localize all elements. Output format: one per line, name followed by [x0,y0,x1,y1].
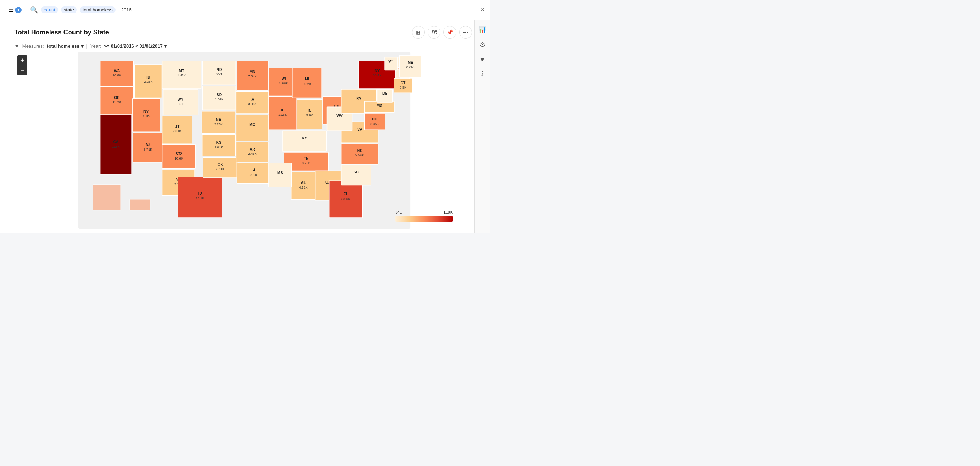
tag-year[interactable]: 2016 [118,6,135,13]
legend-labels: 341 118K [395,210,453,214]
zoom-out-button[interactable]: − [17,65,27,75]
state-VT[interactable] [385,57,398,70]
year-label: Year: [91,43,101,49]
table-view-button[interactable]: ▦ [412,26,425,39]
tag-homeless[interactable]: total homeless [80,6,116,13]
state-MO[interactable] [236,115,269,141]
chart-actions: ▦ 🗺 📌 ••• [412,26,472,39]
state-NC[interactable] [342,144,379,164]
state-CA[interactable] [100,115,132,174]
state-OK[interactable] [203,157,238,178]
state-ME[interactable] [399,55,422,78]
layer-badge: 1 [15,7,22,13]
state-IA[interactable] [236,91,269,114]
state-MS[interactable] [269,163,292,187]
main-content: 📊 ⚙ ▼ i Total Homeless Count by State ▦ … [0,20,490,233]
chart-type-icon[interactable]: 📊 [479,26,487,34]
filter-icon: ▼ [14,43,19,49]
us-map: WA 20.8K OR 13.2K CA 118K ID 2.25K NV 7.… [14,52,474,229]
state-HI[interactable] [130,199,150,211]
info-icon[interactable]: i [481,71,483,77]
state-MN[interactable] [237,61,268,90]
search-bar: ☰ 1 🔍 count state total homeless 2016 × [0,0,490,20]
state-IN[interactable] [297,100,322,129]
tag-count[interactable]: count [41,6,58,13]
layer-icon: ☰ [9,6,14,13]
state-AR[interactable] [236,142,269,162]
zoom-controls: + − [17,55,27,75]
close-button[interactable]: × [480,6,484,14]
state-SC[interactable] [342,165,371,185]
legend-bar [395,216,453,222]
state-NV[interactable] [132,98,160,132]
state-SD[interactable] [203,86,236,110]
state-CT[interactable] [394,78,412,93]
state-DC[interactable] [365,113,385,130]
state-WA[interactable] [100,61,134,87]
state-ND[interactable] [203,61,236,85]
state-CO[interactable] [162,144,196,168]
legend-min: 341 [395,210,402,214]
map-view-button[interactable]: 🗺 [428,26,441,39]
state-KY[interactable] [282,131,327,151]
legend: 341 118K [395,210,453,222]
state-FL[interactable] [329,181,363,217]
state-AZ[interactable] [133,133,162,162]
state-MI[interactable] [292,68,322,98]
search-icon: 🔍 [30,6,38,14]
map-container: + − WA 20.8K OR 13.2K CA 118K ID 2.25K [0,52,474,229]
right-sidebar: 📊 ⚙ ▼ i [474,20,490,233]
state-AL[interactable] [291,172,315,200]
chart-header: Total Homeless Count by State ▦ 🗺 📌 ••• [0,20,490,41]
state-IL[interactable] [269,97,297,130]
state-TX[interactable] [178,177,223,217]
state-MT[interactable] [162,61,201,89]
measures-value[interactable]: total homeless ▾ [47,43,84,49]
more-button[interactable]: ••• [459,26,472,39]
state-AK[interactable] [93,185,121,211]
state-NE[interactable] [202,111,235,134]
state-ID[interactable] [134,65,162,98]
year-value[interactable]: >= 01/01/2016 < 01/01/2017 ▾ [104,43,167,49]
pin-button[interactable]: 📌 [443,26,456,39]
state-DE[interactable] [377,89,393,102]
legend-max: 118K [443,210,453,214]
zoom-in-button[interactable]: + [17,55,27,65]
state-WY[interactable] [163,89,198,115]
state-OR[interactable] [100,87,134,115]
tag-state[interactable]: state [61,6,77,13]
state-KS[interactable] [202,135,235,156]
funnel-sidebar-icon[interactable]: ▼ [479,56,486,63]
chart-title: Total Homeless Count by State [14,29,109,36]
state-LA[interactable] [237,163,269,184]
filter-bar: ▼ Measures: total homeless ▾ | Year: >= … [0,41,490,52]
measures-label: Measures: [22,43,44,49]
state-UT[interactable] [162,116,192,144]
filter-settings-icon[interactable]: ⚙ [480,41,485,49]
layer-button[interactable]: ☰ 1 [6,5,24,15]
state-MD[interactable] [365,101,394,113]
